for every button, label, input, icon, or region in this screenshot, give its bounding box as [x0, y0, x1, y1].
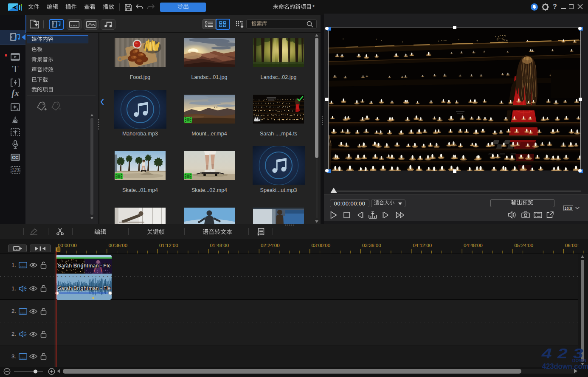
svg-text:123: 123 — [11, 168, 19, 172]
svg-text:CC: CC — [12, 155, 19, 160]
